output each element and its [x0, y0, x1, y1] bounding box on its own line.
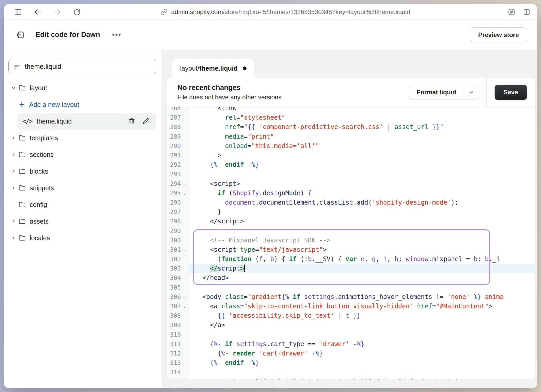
code-line[interactable]: 311 {%- if settings.cart_type == 'drawer…: [167, 339, 535, 349]
chevron-down-icon[interactable]: [10, 85, 17, 91]
code-line-text[interactable]: [188, 169, 535, 179]
code-line-text[interactable]: >: [188, 151, 535, 160]
delete-file-button[interactable]: [128, 117, 136, 125]
code-line-text[interactable]: </head>: [188, 273, 535, 283]
file-search-input[interactable]: [25, 63, 151, 71]
code-line[interactable]: 286 <link: [167, 107, 535, 113]
code-line[interactable]: 295⌄ if (Shopify.designMode) {: [167, 188, 535, 198]
code-line[interactable]: 313 {%- endif -%}: [167, 358, 535, 368]
format-liquid-button[interactable]: Format liquid: [409, 85, 464, 100]
code-line[interactable]: 298 </script>: [167, 217, 535, 226]
sidebar-item-assets[interactable]: assets: [4, 213, 162, 230]
code-line-text[interactable]: <a class="skip-to-content-link button vi…: [188, 302, 535, 311]
forward-icon[interactable]: [53, 8, 62, 16]
fold-toggle-icon[interactable]: ⌄: [181, 302, 188, 311]
format-options-button[interactable]: [464, 85, 479, 100]
code-line-text[interactable]: rel="stylesheet": [188, 113, 535, 122]
code-line-text[interactable]: {{ 'accessibility.skip_to_text' | t }}: [188, 311, 535, 320]
code-line[interactable]: 312 {%- render 'cart-drawer' -%}: [167, 349, 535, 358]
sidebar-item-add-new-layout[interactable]: +Add a new layout: [4, 96, 162, 113]
code-line[interactable]: 291 >: [167, 151, 535, 160]
code-line-text[interactable]: <!-- Mixpanel Javascript SDK -->: [188, 236, 535, 245]
code-line[interactable]: 289 media="print": [167, 132, 535, 141]
code-line[interactable]: 310: [167, 330, 535, 339]
chevron-right-icon[interactable]: [10, 151, 17, 158]
code-line[interactable]: 292 {%- endif -%}: [167, 160, 535, 169]
sidebar-item-snippets[interactable]: snippets: [4, 180, 162, 196]
code-line[interactable]: 293: [167, 169, 535, 179]
code-line[interactable]: 301⌄ <script type="text/javascript">: [167, 245, 535, 254]
code-line[interactable]: 302 (function (f, b) { if (!b.__SV) { va…: [167, 254, 535, 264]
code-editor[interactable]: 286 <link287 rel="stylesheet"288 href="{…: [167, 107, 535, 379]
code-line-text[interactable]: onload="this.media='all'": [188, 141, 535, 151]
sidebar-item-theme-liquid[interactable]: </>theme.liquid: [17, 113, 156, 130]
code-line[interactable]: 314: [167, 368, 535, 377]
exit-button[interactable]: [16, 30, 25, 40]
code-line-text[interactable]: {%- endif -%}: [188, 358, 535, 368]
code-line[interactable]: 304 </head>: [167, 273, 535, 283]
code-line[interactable]: 315 <script src="{{ 'global.js' | asset_…: [167, 377, 535, 379]
code-line-text[interactable]: </script>: [188, 217, 535, 226]
save-button[interactable]: Save: [495, 85, 527, 100]
code-line[interactable]: 290 onload="this.media='all'": [167, 141, 535, 151]
code-line[interactable]: 299: [167, 226, 535, 235]
code-line-text[interactable]: <script>: [188, 179, 535, 188]
code-line[interactable]: 303 </script>: [167, 264, 535, 273]
fold-toggle-icon[interactable]: ⌄: [181, 245, 188, 254]
code-line[interactable]: 306⌄ <body class="gradient{% if settings…: [167, 292, 535, 302]
code-line-text[interactable]: [188, 368, 535, 377]
code-line[interactable]: 297 }: [167, 207, 535, 217]
code-line[interactable]: 308 {{ 'accessibility.skip_to_text' | t …: [167, 311, 535, 320]
code-line[interactable]: 288 href="{{ 'component-predictive-searc…: [167, 122, 535, 132]
reload-icon[interactable]: [73, 8, 81, 16]
sidebar-item-sections[interactable]: sections: [4, 146, 162, 163]
code-line[interactable]: 305: [167, 283, 535, 292]
fold-toggle-icon[interactable]: ⌄: [181, 292, 188, 302]
code-line-text[interactable]: [188, 226, 535, 235]
chevron-right-icon[interactable]: [10, 168, 17, 174]
code-line[interactable]: 294⌄ <script>: [167, 179, 535, 188]
code-line-text[interactable]: <script type="text/javascript">: [188, 245, 535, 254]
code-line[interactable]: 309 </a>: [167, 320, 535, 330]
code-line-text[interactable]: [188, 330, 535, 339]
preview-store-button[interactable]: Preview store: [470, 27, 527, 42]
code-line[interactable]: 300 <!-- Mixpanel Javascript SDK -->: [167, 236, 535, 245]
rename-file-button[interactable]: [142, 117, 150, 125]
code-line-text[interactable]: href="{{ 'component-predictive-search.cs…: [188, 122, 535, 132]
code-line-text[interactable]: <link: [188, 107, 535, 113]
code-line-text[interactable]: [188, 283, 535, 292]
chevron-right-icon[interactable]: [10, 185, 17, 191]
sidebar-item-blocks[interactable]: blocks: [4, 163, 162, 180]
extensions-icon[interactable]: [508, 8, 515, 16]
code-line-text[interactable]: <script src="{{ 'global.js' | asset_url …: [188, 377, 535, 379]
chevron-right-icon[interactable]: [10, 235, 17, 241]
more-menu-button[interactable]: •••: [112, 31, 121, 39]
sidebar-item-templates[interactable]: templates: [4, 130, 162, 146]
code-line[interactable]: 296 document.documentElement.classList.a…: [167, 198, 535, 207]
code-line[interactable]: 307⌄ <a class="skip-to-content-link butt…: [167, 302, 535, 311]
fold-toggle-icon[interactable]: ⌄: [181, 179, 188, 188]
split-view-icon[interactable]: [523, 8, 531, 16]
code-line-text[interactable]: </script>: [188, 264, 535, 273]
code-line-text[interactable]: document.documentElement.classList.add('…: [188, 198, 535, 207]
sidebar-item-config[interactable]: config: [4, 196, 162, 213]
tab-theme-liquid[interactable]: layout/theme.liquid: [172, 59, 254, 78]
code-line-text[interactable]: {%- render 'cart-drawer' -%}: [188, 349, 535, 358]
code-line-text[interactable]: media="print": [188, 132, 535, 141]
code-line[interactable]: 287 rel="stylesheet": [167, 113, 535, 122]
chevron-right-icon[interactable]: [10, 218, 17, 224]
code-line-text[interactable]: {%- endif -%}: [188, 160, 535, 169]
sidebar-item-layout[interactable]: layout: [4, 79, 162, 96]
code-line-text[interactable]: }: [188, 207, 535, 217]
fold-toggle-icon[interactable]: ⌄: [181, 188, 188, 198]
code-line-text[interactable]: if (Shopify.designMode) {: [188, 188, 535, 198]
url-bar[interactable]: admin.shopify.com/store/rzq1xu-f5/themes…: [161, 4, 410, 20]
code-line-text[interactable]: {%- if settings.cart_type == 'drawer' -%…: [188, 339, 535, 349]
sidebar-item-locales[interactable]: locales: [4, 230, 162, 246]
code-line-text[interactable]: <body class="gradient{% if settings.anim…: [188, 292, 535, 302]
code-line-text[interactable]: (function (f, b) { if (!b.__SV) { var e,…: [188, 254, 535, 264]
back-icon[interactable]: [33, 8, 42, 16]
sidebar-toggle-icon[interactable]: [14, 8, 22, 16]
chevron-right-icon[interactable]: [10, 135, 17, 141]
code-line-text[interactable]: </a>: [188, 320, 535, 330]
